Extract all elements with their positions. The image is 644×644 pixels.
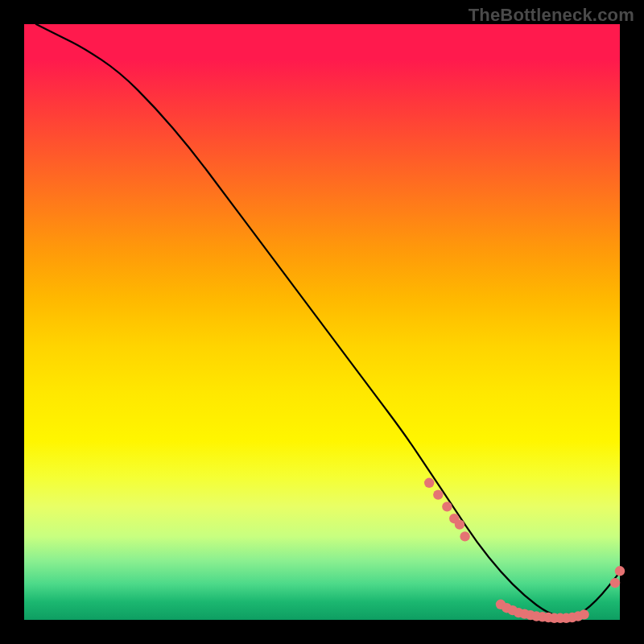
data-point: [610, 578, 620, 588]
data-point: [579, 609, 588, 619]
bottleneck-curve: [36, 24, 620, 617]
data-point: [615, 566, 625, 576]
watermark: TheBottleneck.com: [469, 5, 634, 26]
data-point: [424, 478, 434, 488]
chart-svg: [24, 24, 620, 620]
data-point: [455, 519, 464, 529]
data-point: [460, 531, 469, 541]
data-point: [442, 502, 452, 511]
data-point: [433, 489, 443, 499]
